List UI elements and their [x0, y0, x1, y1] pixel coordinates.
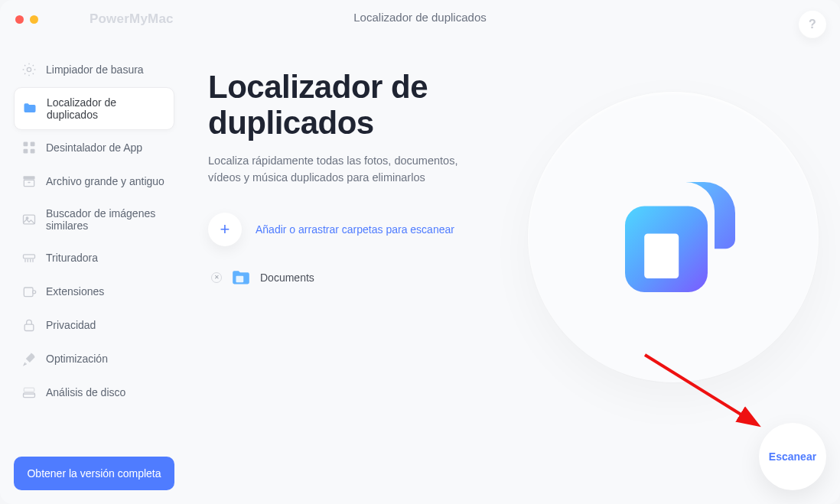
maximize-window-button[interactable] [44, 15, 53, 24]
sidebar-item-disk-analysis[interactable]: Análisis de disco [14, 376, 174, 408]
sidebar-item-label: Trituradora [46, 252, 98, 264]
remove-folder-button[interactable]: ✕ [211, 272, 222, 283]
main-content: Localizador de duplicados Localiza rápid… [185, 0, 840, 504]
sidebar-item-extensions[interactable]: Extensiones [14, 275, 174, 307]
add-folder-button[interactable]: + [208, 213, 242, 246]
illustration-circle [528, 92, 819, 382]
svg-rect-14 [24, 393, 35, 398]
scan-button-label: Escanear [769, 450, 816, 463]
app-name-label: PowerMyMac [90, 11, 174, 27]
svg-point-0 [27, 67, 31, 71]
sidebar-item-label: Desintalador de App [46, 141, 142, 154]
sidebar-item-label: Análisis de disco [46, 386, 125, 398]
add-folder-label[interactable]: Añadir o arrastrar carpetas para escanea… [256, 223, 454, 236]
rocket-icon [21, 351, 37, 366]
sidebar-item-duplicate-finder[interactable]: Localizador de duplicados [14, 87, 174, 130]
disk-icon [21, 385, 37, 400]
minimize-window-button[interactable] [30, 15, 38, 24]
sidebar-item-label: Limpiador de basura [46, 63, 144, 76]
main-heading: Localizador de duplicados [208, 69, 575, 141]
grid-icon [21, 140, 37, 155]
plus-icon: + [220, 221, 230, 238]
svg-rect-5 [24, 177, 35, 180]
image-icon [21, 212, 37, 227]
svg-rect-6 [24, 180, 34, 187]
app-window: PowerMyMac Localizador de duplicados ? L… [0, 0, 840, 504]
svg-rect-3 [24, 149, 28, 154]
svg-rect-4 [31, 149, 35, 154]
sidebar-item-label: Extensiones [46, 285, 104, 298]
sidebar-item-label: Optimización [46, 353, 108, 365]
svg-rect-13 [24, 325, 34, 331]
svg-point-12 [33, 291, 36, 294]
sidebar-item-similar-images[interactable]: Buscador de imágenes similares [14, 199, 174, 240]
gear-icon [21, 62, 37, 77]
puzzle-icon [21, 284, 37, 299]
close-window-button[interactable] [15, 15, 24, 24]
sidebar-item-privacy[interactable]: Privacidad [14, 309, 174, 341]
svg-rect-1 [24, 142, 28, 147]
svg-rect-7 [28, 182, 30, 183]
sidebar-item-label: Privacidad [46, 319, 96, 331]
sidebar-item-shredder[interactable]: Trituradora [14, 242, 174, 274]
main-subtext: Localiza rápidamente todas las fotos, do… [208, 153, 461, 187]
folder-name-label: Documents [260, 272, 314, 284]
window-controls [15, 15, 53, 24]
svg-rect-16 [236, 275, 243, 282]
sidebar-item-label: Archivo grande y antiguo [46, 175, 164, 187]
svg-rect-2 [31, 142, 35, 147]
duplicate-files-icon [604, 168, 742, 306]
folder-color-icon [22, 101, 37, 116]
sidebar-item-label: Localizador de duplicados [47, 96, 166, 121]
titlebar: PowerMyMac [0, 0, 840, 38]
sidebar-item-junk-cleaner[interactable]: Limpiador de basura [14, 54, 174, 86]
sidebar-item-label: Buscador de imágenes similares [46, 207, 167, 232]
sidebar-list: Limpiador de basura Localizador de dupli… [14, 54, 174, 446]
shredder-icon [21, 250, 37, 265]
svg-rect-10 [24, 255, 35, 259]
lock-icon [21, 317, 37, 333]
svg-rect-15 [24, 389, 34, 392]
sidebar: Limpiador de basura Localizador de dupli… [0, 0, 185, 504]
archive-icon [21, 174, 37, 189]
sidebar-item-large-old-files[interactable]: Archivo grande y antiguo [14, 165, 174, 197]
svg-rect-11 [24, 288, 33, 297]
sidebar-item-optimization[interactable]: Optimización [14, 343, 174, 375]
sidebar-item-app-uninstaller[interactable]: Desintalador de App [14, 132, 174, 164]
svg-rect-18 [644, 234, 679, 279]
x-icon: ✕ [214, 274, 220, 281]
scan-button[interactable]: Escanear [759, 423, 826, 490]
folder-icon [231, 269, 251, 286]
upgrade-button[interactable]: Obtener la versión completa [14, 457, 174, 490]
